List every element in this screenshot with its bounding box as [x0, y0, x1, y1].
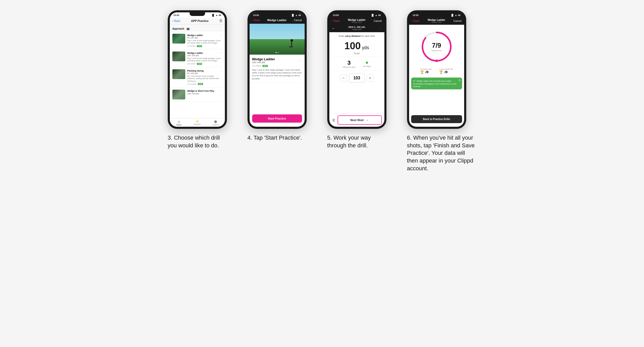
- next-shot-nav-btn[interactable]: →: [378, 26, 382, 30]
- phone-6-section: 13:03 ▐▌ ▲ 46 < Back Wedge Ladder 06 Mar…: [407, 10, 477, 172]
- status-icons-6: ▐▌ ▲ 46: [451, 14, 461, 16]
- success-msg-6: 'Wedge Ladder (100–140 yds)' was created…: [413, 80, 456, 87]
- bottom-nav-3: ⌂ Home ⚡ Activities ⊕ Capture: [170, 118, 225, 127]
- nav-capture-3[interactable]: ⊕ Capture: [206, 120, 225, 126]
- success-check-icon: ✔: [413, 79, 415, 82]
- phone-3-frame: 13:02 ▐▌ ▲ 46 < Back APP Practice ☰ Appr…: [168, 10, 227, 129]
- time-6: 13:03: [413, 14, 419, 16]
- back-to-drills-btn[interactable]: Back to Practice Drills: [411, 115, 462, 123]
- status-icons-4: ▐▌ ▲ 46: [291, 14, 301, 16]
- delete-shot-btn[interactable]: 🗑: [332, 118, 336, 122]
- phone-5-frame: 13:03 ▐▌ ▲ 46 < Back Wedge Ladder 06 Mar…: [327, 10, 386, 129]
- status-icons-3: ▐▌ ▲ 46: [211, 14, 221, 16]
- nav-title-4: Wedge Ladder: [267, 19, 287, 22]
- clock-icon-1: ◷: [187, 63, 189, 65]
- nav-bar-4: < Back Wedge Ladder Cancel: [250, 18, 305, 24]
- cancel-btn-5[interactable]: Cancel: [374, 20, 382, 22]
- detail-title-4: Wedge Ladder 100–140 yds: [252, 57, 275, 64]
- nav-title-area-6: Wedge Ladder 06 Mar 2023: [428, 19, 445, 23]
- caption-3: 3. Choose which drill you would like to …: [168, 134, 227, 149]
- back-btn-5[interactable]: < Back: [332, 20, 340, 22]
- drill-star-1[interactable]: ☆: [220, 52, 222, 54]
- score-sub-6: Total Score: [431, 49, 442, 52]
- time-4: 13:02: [253, 14, 259, 16]
- wifi-4: ▲: [295, 14, 298, 16]
- score-main-6: 7/9: [431, 41, 442, 49]
- drill-title-row-0: Wedge Ladder ☆: [187, 34, 222, 37]
- shots-count-0: ◷ 9 shots: [187, 45, 196, 47]
- menu-icon-3[interactable]: ☰: [219, 19, 222, 23]
- signal-4: ▐▌: [291, 14, 295, 16]
- next-shot-btn[interactable]: Next Shot →: [338, 115, 382, 125]
- phone-3-section: 13:02 ▐▌ ▲ 46 < Back APP Practice ☰ Appr…: [168, 10, 237, 149]
- drill-desc-2: Hit 1 shot at each of the 10 target dist…: [187, 75, 222, 82]
- drill-yds-3: 100–140 yds: [187, 92, 222, 95]
- drill-item-0[interactable]: Wedge Ladder ☆ 50–100 yds Play 1 shot at…: [170, 32, 225, 49]
- prev-shot-btn[interactable]: ←: [332, 26, 336, 30]
- activities-icon-3: ⚡: [195, 120, 199, 123]
- app-badge-0: APP: [197, 45, 202, 47]
- nav-home-3[interactable]: ⌂ Home: [170, 120, 188, 126]
- drill-name-4: Wedge Ladder: [252, 57, 275, 61]
- next-shot-label: Next Shot: [350, 119, 364, 122]
- pb-month-val: 🏆 -/9: [439, 70, 453, 74]
- drill-desc-1: Play 1 shot at each target yardage. If y…: [187, 57, 222, 62]
- next-shot-arrow-icon: →: [365, 118, 369, 122]
- nav-subtitle-6: 06 Mar 2023: [428, 21, 445, 23]
- phone-5-section: 13:03 ▐▌ ▲ 46 < Back Wedge Ladder 06 Mar…: [327, 10, 397, 149]
- cancel-btn-6[interactable]: Cancel: [453, 20, 461, 22]
- drill-item-3[interactable]: Wedge & Short Iron Play ☆ 100–140 yds: [170, 88, 225, 102]
- success-close-btn[interactable]: ✕: [458, 79, 461, 82]
- phone-3-screen: 13:02 ▐▌ ▲ 46 < Back APP Practice ☰ Appr…: [170, 12, 225, 127]
- drill-title-3: Wedge & Short Iron Play: [187, 90, 214, 92]
- drill-yds-0: 50–100 yds: [187, 37, 222, 39]
- drill-img-3: [172, 90, 185, 99]
- drill-title-1: Wedge Ladder: [187, 52, 203, 54]
- drill-item-1[interactable]: Wedge Ladder ☆ 100–140 yds Play 1 shot a…: [170, 49, 225, 67]
- drill-info-2: Pitching String ☆ 55–100 yds Hit 1 shot …: [187, 69, 222, 85]
- decrement-btn[interactable]: −: [340, 74, 347, 82]
- shots-count-1: ◷ 9 shots: [187, 63, 196, 65]
- golfer-figure: [289, 39, 294, 49]
- results-screen-6: 7/9 Total Score Previous PB 🏆 -/9: [409, 25, 464, 127]
- section-badge-3: 7: [187, 28, 190, 30]
- dot-1: [276, 52, 277, 53]
- drill-thumb-0: [172, 34, 185, 44]
- page-container: 13:02 ▐▌ ▲ 46 < Back APP Practice ☰ Appr…: [168, 10, 477, 172]
- nav-subtitle-5: 06 Mar 2023: [348, 21, 366, 23]
- detail-card-4: Wedge Ladder 100–140 yds ☆ ◷ 9 shots APP…: [250, 55, 305, 83]
- drill-title-0: Wedge Ladder: [187, 34, 203, 37]
- shot-distance-input[interactable]: [349, 73, 365, 83]
- increment-btn[interactable]: +: [367, 74, 374, 82]
- drill-title-2: Pitching String: [187, 70, 204, 72]
- shot-label-5: Shot 1, 100 yds: [348, 26, 365, 28]
- score-circle-wrapper: 7/9 Total Score: [420, 30, 453, 63]
- nav-title-5: Wedge Ladder: [348, 19, 366, 21]
- drill-item-2[interactable]: Pitching String ☆ 55–100 yds Hit 1 shot …: [170, 67, 225, 87]
- back-btn-4[interactable]: < Back: [252, 19, 260, 22]
- signal-6: ▐▌: [451, 14, 454, 16]
- drill-desc-0: Play 1 shot at each target yardage. If y…: [187, 39, 222, 44]
- cancel-btn-4[interactable]: Cancel: [294, 19, 302, 22]
- phone-5-screen: 13:03 ▐▌ ▲ 46 < Back Wedge Ladder 06 Mar…: [329, 12, 384, 127]
- pb-prev-label: Previous PB: [420, 68, 431, 70]
- drill-title-row-1: Wedge Ladder ☆: [187, 52, 222, 54]
- trophy-icon-prev: 🏆: [420, 70, 424, 74]
- drill-star-2[interactable]: ☆: [220, 69, 222, 72]
- back-btn-6[interactable]: < Back: [412, 20, 420, 22]
- status-icons-5: ▐▌ ▲ 46: [371, 14, 381, 16]
- drill-info-0: Wedge Ladder ☆ 50–100 yds Play 1 shot at…: [187, 34, 222, 47]
- drill-star-4[interactable]: ☆: [299, 59, 302, 62]
- drill-star-3[interactable]: ☆: [220, 90, 222, 92]
- pb-row-6: Previous PB 🏆 -/9 Last month PB 🏆 -/9: [409, 66, 464, 76]
- detail-title-row-4: Wedge Ladder 100–140 yds ☆: [252, 57, 302, 64]
- back-btn-3[interactable]: < Back: [172, 20, 180, 22]
- drill-star-0[interactable]: ☆: [220, 34, 222, 37]
- spacer-4: [250, 83, 305, 112]
- nav-activities-3[interactable]: ⚡ Activities: [188, 120, 206, 126]
- phone-4-section: 13:02 ▐▌ ▲ 46 < Back Wedge Ladder Cancel: [248, 10, 317, 142]
- clock-icon-2: ◷: [187, 83, 189, 85]
- notch-5: [349, 12, 365, 16]
- app-badge-2: APP: [198, 83, 203, 85]
- start-practice-btn[interactable]: Start Practice: [252, 114, 302, 123]
